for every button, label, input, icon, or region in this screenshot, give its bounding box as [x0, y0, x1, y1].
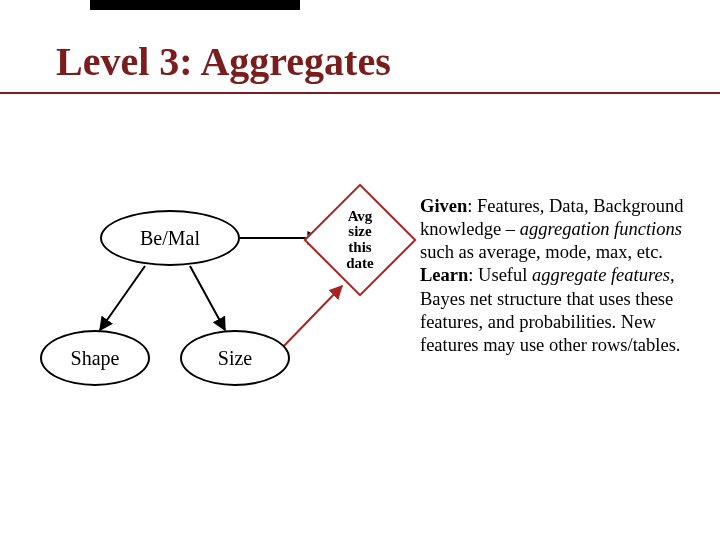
aggregate-node-label: Avg size this date: [320, 200, 400, 280]
given-label: Given: [420, 196, 467, 216]
node-bemal-label: Be/Mal: [140, 227, 200, 250]
svg-line-0: [100, 266, 145, 330]
decoration-bar: [90, 0, 300, 10]
node-shape-label: Shape: [71, 347, 120, 370]
description-text: Given: Features, Data, Background knowle…: [420, 195, 705, 357]
title-underline: [0, 92, 720, 94]
node-shape: Shape: [40, 330, 150, 386]
learn-em1: aggregate features: [532, 265, 670, 285]
node-size-label: Size: [218, 347, 252, 370]
svg-line-3: [280, 286, 342, 350]
node-size: Size: [180, 330, 290, 386]
given-tail: such as average, mode, max, etc.: [420, 242, 663, 262]
slide-title: Level 3: Aggregates: [56, 38, 391, 85]
svg-line-1: [190, 266, 225, 330]
learn-label: Learn: [420, 265, 468, 285]
given-em: aggregation functions: [520, 219, 682, 239]
learn-text: : Useful: [468, 265, 532, 285]
node-bemal: Be/Mal: [100, 210, 240, 266]
aggregate-node: Avg size this date: [320, 200, 400, 280]
bayes-net-diagram: Be/Mal Shape Size Avg size this date: [40, 160, 410, 420]
